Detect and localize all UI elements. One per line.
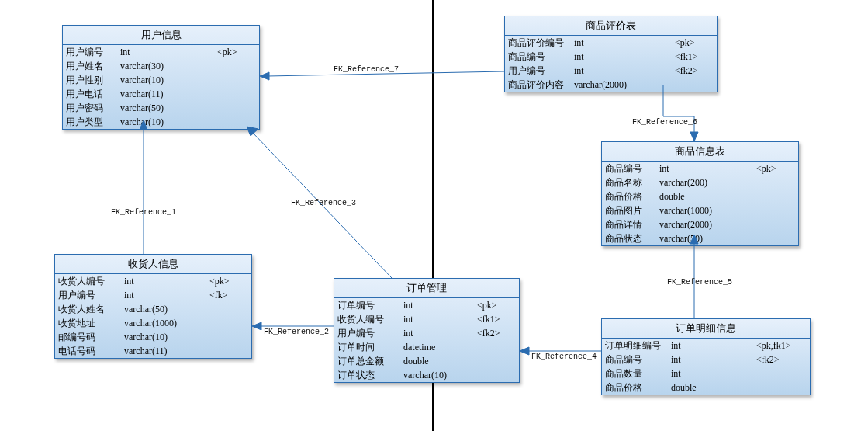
entity-review: 商品评价表 商品评价编号int<pk> 商品编号int<fk1> 用户编号int… bbox=[504, 16, 718, 92]
entity-body: 商品评价编号int<pk> 商品编号int<fk1> 用户编号int<fk2> … bbox=[505, 36, 717, 92]
table-row: 商品价格double bbox=[602, 189, 798, 203]
entity-body: 收货人编号int<pk> 用户编号int<fk> 收货人姓名varchar(50… bbox=[55, 274, 251, 358]
entity-orderdetail: 订单明细信息 订单明细编号int<pk,fk1> 商品编号int<fk2> 商品… bbox=[601, 318, 811, 395]
table-row: 用户编号int<pk> bbox=[63, 45, 259, 59]
table-row: 用户密码varchar(50) bbox=[63, 101, 259, 115]
table-row: 电话号码varchar(11) bbox=[55, 344, 251, 358]
entity-body: 订单明细编号int<pk,fk1> 商品编号int<fk2> 商品数量int 商… bbox=[602, 339, 810, 395]
fk-label: FK_Reference_7 bbox=[334, 65, 399, 74]
table-row: 收货地址varchar(1000) bbox=[55, 316, 251, 330]
entity-body: 商品编号int<pk> 商品名称varchar(200) 商品价格double … bbox=[602, 162, 798, 245]
table-row: 用户性别varchar(10) bbox=[63, 73, 259, 87]
entity-title: 收货人信息 bbox=[55, 255, 251, 274]
entity-title: 商品信息表 bbox=[602, 142, 798, 162]
table-row: 用户电话varchar(11) bbox=[63, 87, 259, 101]
entity-title: 用户信息 bbox=[63, 26, 259, 45]
table-row: 商品状态varchar(50) bbox=[602, 231, 798, 245]
entity-receiver: 收货人信息 收货人编号int<pk> 用户编号int<fk> 收货人姓名varc… bbox=[54, 254, 252, 359]
table-row: 邮编号码varchar(10) bbox=[55, 330, 251, 344]
table-row: 商品数量int bbox=[602, 367, 810, 381]
table-row: 商品编号int<fk2> bbox=[602, 353, 810, 367]
fk-label: FK_Reference_6 bbox=[632, 118, 697, 127]
entity-title: 商品评价表 bbox=[505, 16, 717, 36]
table-row: 商品编号int<fk1> bbox=[505, 50, 717, 64]
table-row: 用户姓名varchar(30) bbox=[63, 59, 259, 73]
table-row: 商品价格double bbox=[602, 381, 810, 395]
entity-product: 商品信息表 商品编号int<pk> 商品名称varchar(200) 商品价格d… bbox=[601, 141, 799, 246]
table-row: 商品编号int<pk> bbox=[602, 162, 798, 176]
table-row: 商品详情varchar(2000) bbox=[602, 217, 798, 231]
table-row: 用户类型varchar(10) bbox=[63, 115, 259, 129]
svg-marker-3 bbox=[252, 322, 261, 330]
table-row: 订单编号int<pk> bbox=[334, 298, 519, 312]
fk-label: FK_Reference_1 bbox=[111, 208, 176, 217]
fk-label: FK_Reference_2 bbox=[264, 328, 329, 336]
entity-title: 订单明细信息 bbox=[602, 319, 810, 339]
table-row: 用户编号int<fk> bbox=[55, 288, 251, 302]
table-row: 商品图片varchar(1000) bbox=[602, 203, 798, 217]
svg-marker-10 bbox=[690, 132, 698, 141]
entity-order: 订单管理 订单编号int<pk> 收货人编号int<fk1> 用户编号int<f… bbox=[334, 278, 520, 383]
entity-title: 订单管理 bbox=[334, 279, 519, 298]
table-row: 商品名称varchar(200) bbox=[602, 176, 798, 189]
table-row: 用户编号int<fk2> bbox=[505, 64, 717, 78]
table-row: 收货人编号int<fk1> bbox=[334, 312, 519, 326]
table-row: 用户编号int<fk2> bbox=[334, 326, 519, 340]
fk-label: FK_Reference_4 bbox=[531, 353, 597, 361]
table-row: 商品评价内容varchar(2000) bbox=[505, 78, 717, 92]
svg-marker-7 bbox=[520, 347, 529, 355]
table-row: 订单明细编号int<pk,fk1> bbox=[602, 339, 810, 353]
svg-marker-12 bbox=[260, 72, 269, 80]
table-row: 订单总金额double bbox=[334, 354, 519, 368]
fk-label: FK_Reference_5 bbox=[667, 278, 732, 287]
table-row: 商品评价编号int<pk> bbox=[505, 36, 717, 50]
entity-body: 订单编号int<pk> 收货人编号int<fk1> 用户编号int<fk2> 订… bbox=[334, 298, 519, 382]
entity-body: 用户编号int<pk> 用户姓名varchar(30) 用户性别varchar(… bbox=[63, 45, 259, 129]
fk-label: FK_Reference_3 bbox=[291, 199, 356, 207]
table-row: 收货人姓名varchar(50) bbox=[55, 302, 251, 316]
entity-user: 用户信息 用户编号int<pk> 用户姓名varchar(30) 用户性别var… bbox=[62, 25, 260, 130]
table-row: 订单状态varchar(10) bbox=[334, 368, 519, 382]
table-row: 订单时间datetime bbox=[334, 340, 519, 354]
table-row: 收货人编号int<pk> bbox=[55, 274, 251, 288]
